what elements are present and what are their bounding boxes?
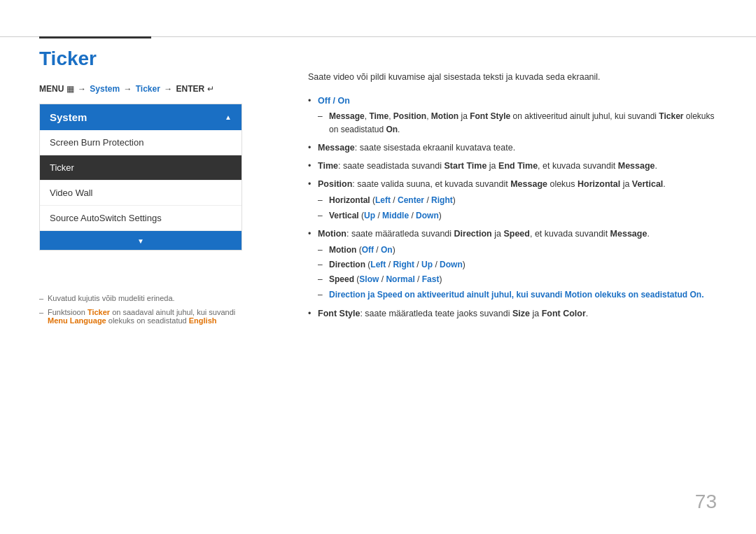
bullet-position: Position: saate valida suuna, et kuvada … (308, 177, 717, 222)
chevron-down-icon: ▼ (137, 237, 144, 245)
sidebar-item-ticker[interactable]: Ticker (40, 155, 241, 181)
chevron-up-icon: ▲ (225, 113, 232, 121)
menu-enter: ENTER (176, 84, 207, 94)
menu-icon: ▦ (66, 84, 74, 94)
bullet-message: Message: saate sisestada ekraanil kuvata… (308, 141, 717, 155)
bullet-font-style: Font Style: saate määratleda teate jaoks… (308, 307, 717, 321)
position-text: : saate valida suuna, et kuvada suvandit… (352, 179, 666, 189)
motion-sub-motion: Motion (Off / On) (318, 244, 717, 257)
menu-ticker: Ticker (136, 84, 160, 94)
note-line-2: Funktsioon Ticker on saadaval ainult juh… (39, 308, 242, 325)
position-sub-horizontal: Horizontal (Left / Center / Right) (318, 194, 717, 207)
message-label: Message (318, 143, 355, 153)
sidebar-header: System ▲ (40, 104, 241, 130)
motion-label: Motion (318, 229, 346, 239)
menu-system: System (90, 84, 120, 94)
sidebar-item-label: Ticker (50, 162, 74, 173)
intro-text: Saate video või pildi kuvamise ajal sise… (308, 70, 717, 84)
menu-arrow-2: → (123, 84, 134, 94)
sidebar-item-label: Source AutoSwitch Settings (50, 213, 162, 223)
message-text: : saate sisestada ekraanil kuvatava teat… (355, 143, 515, 153)
sidebar-item-label: Video Wall (50, 188, 92, 198)
off-on-label: Off / On (318, 96, 350, 106)
font-style-label: Font Style (318, 309, 360, 318)
motion-note-text: Direction ja Speed on aktiveeritud ainul… (329, 290, 704, 300)
bullet-motion: Motion: saate määratleda suvandi Directi… (308, 227, 717, 302)
sidebar-item-screen-burn[interactable]: Screen Burn Protection (40, 130, 241, 155)
top-border-accent (39, 36, 151, 38)
menu-keyword: MENU (39, 84, 66, 94)
position-label: Position (318, 179, 352, 189)
sidebar: System ▲ Screen Burn Protection Ticker V… (39, 104, 242, 251)
sidebar-footer: ▼ (40, 231, 241, 250)
font-style-text: : saate määratleda teate jaoks suvandi S… (360, 309, 588, 318)
motion-sub-direction: Direction (Left / Right / Up / Down) (318, 258, 717, 272)
off-on-note: Message, Time, Position, Motion ja Font … (318, 110, 717, 136)
motion-text: : saate määratleda suvandi Direction ja … (346, 229, 650, 239)
bullet-off-on: Off / On Message, Time, Position, Motion… (308, 94, 717, 136)
menu-arrow-3: → (164, 84, 174, 94)
time-label: Time (318, 161, 338, 171)
sidebar-item-video-wall[interactable]: Video Wall (40, 181, 241, 206)
sidebar-title: System (50, 111, 87, 123)
motion-sub-list: Motion (Off / On) Direction (Left / Righ… (318, 244, 717, 287)
time-text: : saate seadistada suvandi Start Time ja… (338, 161, 657, 171)
page-title: Ticker (39, 48, 97, 70)
bullet-list: Off / On Message, Time, Position, Motion… (308, 94, 717, 321)
note-line-1: Kuvatud kujutis võib mudeliti erineda. (39, 294, 242, 302)
note-text-2: Funktsioon Ticker on saadaval ainult juh… (48, 308, 235, 325)
position-sub-list: Horizontal (Left / Center / Right) Verti… (318, 194, 717, 222)
motion-sub-speed: Speed (Slow / Normal / Fast) (318, 273, 717, 286)
motion-note: Direction ja Speed on aktiveeritud ainul… (318, 288, 717, 302)
sidebar-item-label: Screen Burn Protection (50, 137, 144, 148)
note-text-1: Kuvatud kujutis võib mudeliti erineda. (48, 294, 175, 302)
page-number: 73 (695, 491, 717, 513)
menu-path: MENU ▦ → System → Ticker → ENTER ↵ (39, 84, 214, 94)
menu-arrow: → (78, 84, 88, 94)
note-section: Kuvatud kujutis võib mudeliti erineda. F… (39, 294, 242, 330)
content-area: Saate video või pildi kuvamise ajal sise… (308, 70, 717, 325)
sidebar-item-source-autoswitch[interactable]: Source AutoSwitch Settings (40, 206, 241, 231)
position-sub-vertical: Vertical (Up / Middle / Down) (318, 209, 717, 223)
bullet-time: Time: saate seadistada suvandi Start Tim… (308, 159, 717, 173)
enter-icon: ↵ (207, 84, 214, 94)
note-content: Message, Time, Position, Motion ja Font … (329, 111, 715, 134)
